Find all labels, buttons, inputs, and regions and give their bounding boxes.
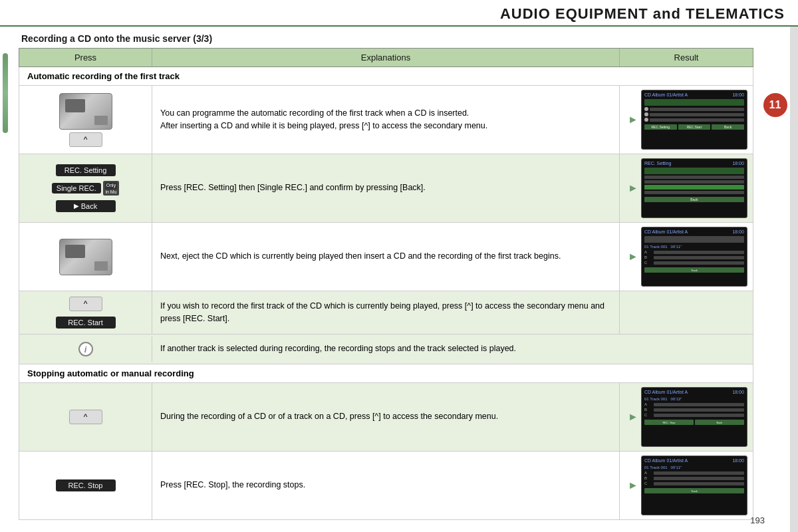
explain-col-row3: Next, eject the CD which is currently be… bbox=[152, 223, 620, 291]
col-header-explanations: Explanations bbox=[152, 49, 620, 66]
screen-top-bar-row6: CD Album 01/Artist A 18:00 bbox=[644, 390, 744, 394]
press-col-row6: ^ bbox=[19, 383, 152, 451]
screen-row1-track1 bbox=[644, 107, 744, 111]
screen-row1-track2 bbox=[644, 112, 744, 116]
press-col-row1: ^ bbox=[19, 86, 152, 154]
screen-row6-t2: B bbox=[644, 408, 744, 412]
screen-back-btn2: Back bbox=[644, 197, 744, 202]
screen-track-btn: Track bbox=[644, 267, 744, 273]
only-badge: Only bbox=[105, 182, 117, 189]
rec-stop-button[interactable]: REC. Stop bbox=[56, 479, 116, 491]
screen-row3-t1: A bbox=[644, 250, 744, 254]
press-col-row2: REC. Setting Single REC. Only in Mu ▶ Ba… bbox=[19, 154, 152, 222]
explain-col-row7: Press [REC. Stop], the recording stops. bbox=[152, 452, 620, 519]
screen-row2-line3 bbox=[644, 185, 744, 190]
screen-top-bar-row2: REC. Setting 18:00 bbox=[644, 161, 744, 166]
explain-text-row7: Press [REC. Stop], the recording stops. bbox=[160, 479, 611, 491]
left-bar-accent bbox=[3, 53, 8, 133]
page-container: Recording a CD onto the music server (3/… bbox=[0, 27, 798, 532]
screen-mockup-row3: CD Album 01/Artist A 18:00 01 Track 001 … bbox=[641, 227, 747, 287]
screen-bar bbox=[654, 471, 744, 475]
arrow-row2: ► bbox=[628, 182, 638, 194]
screen-top-bar-row3: CD Album 01/Artist A 18:00 bbox=[644, 229, 744, 234]
screen-bottom-btns-row3: Track bbox=[644, 267, 744, 273]
right-sidebar: 11 bbox=[760, 27, 790, 532]
single-rec-button[interactable]: Single REC. bbox=[52, 183, 101, 194]
screen-row7-t1: A bbox=[644, 471, 744, 475]
screen-dot bbox=[644, 118, 648, 122]
explain-col-row1: You can programme the automatic recordin… bbox=[152, 86, 620, 154]
screen-row2-line4 bbox=[644, 191, 744, 194]
screen-mockup-row6: CD Album 01/Artist A 18:00 01 Track 001 … bbox=[641, 387, 747, 447]
subheading-auto-recording: Automatic recording of the first track bbox=[19, 67, 753, 86]
info-icon: i bbox=[78, 342, 93, 356]
screen-bar bbox=[654, 414, 744, 417]
table-row: REC. Setting Single REC. Only in Mu ▶ Ba… bbox=[19, 154, 753, 223]
screen-bar bbox=[644, 180, 744, 184]
screen-back-btn: Back bbox=[712, 124, 744, 130]
screen-row1-track3 bbox=[644, 118, 744, 122]
section-title: Recording a CD onto the music server (3/… bbox=[19, 33, 753, 44]
screen-row7-t2: B bbox=[644, 476, 744, 480]
screen-rec-stop-btn6: REC. Stop bbox=[644, 420, 694, 425]
screen-bottom-btns-row2: Back bbox=[644, 197, 744, 202]
screen-mockup-row2: REC. Setting 18:00 bbox=[641, 158, 747, 218]
back-button[interactable]: ▶ Back bbox=[56, 200, 116, 212]
subheading-stopping-text: Stopping automatic or manual recording bbox=[19, 364, 753, 382]
note-text-col: If another track is selected during reco… bbox=[152, 337, 620, 360]
screen-mockup-row1: CD Album 01/Artist A 18:00 bbox=[641, 90, 747, 150]
caret-button-row4[interactable]: ^ bbox=[69, 297, 102, 311]
page-header: AUDIO EQUIPMENT and TELEMATICS bbox=[0, 0, 798, 27]
table-row: ^ You can programme the automatic record… bbox=[19, 86, 753, 154]
screen-row2-line2 bbox=[644, 180, 744, 184]
screen-bottom-btns-row7: Track bbox=[644, 488, 744, 493]
screen-dot bbox=[644, 107, 648, 111]
device-image-row3 bbox=[59, 239, 112, 275]
chapter-badge: 11 bbox=[763, 93, 787, 117]
screen-bar bbox=[654, 403, 744, 406]
press-col-row4: ^ REC. Start bbox=[19, 291, 152, 334]
explain-text-row3: Next, eject the CD which is currently be… bbox=[160, 250, 611, 263]
screen-bar bbox=[654, 482, 744, 485]
screen-top-bar-row7: CD Album 01/Artist A 18:00 bbox=[644, 458, 744, 463]
screen-bar bbox=[654, 408, 744, 412]
screen-bar bbox=[654, 477, 744, 480]
screen-track-label6: 01 Track 001 00'13'' bbox=[644, 397, 744, 401]
screen-header-row2 bbox=[644, 168, 744, 174]
table-row: REC. Stop Press [REC. Stop], the recordi… bbox=[19, 452, 753, 520]
table-row-note: i If another track is selected during re… bbox=[19, 334, 753, 364]
explain-text-row4: If you wish to record the first track of… bbox=[160, 300, 611, 326]
explain-text-row6: During the recording of a CD or of a tra… bbox=[160, 410, 611, 423]
screen-bar bbox=[650, 113, 744, 116]
col-header-press: Press bbox=[19, 49, 152, 66]
screen-bar bbox=[654, 256, 744, 259]
back-button-wrapper: ▶ Back bbox=[56, 200, 116, 212]
explain-col-row2: Press [REC. Setting] then [Single REC.] … bbox=[152, 154, 620, 222]
note-text: If another track is selected during reco… bbox=[160, 342, 612, 355]
screen-rec-start-btn: REC.Start bbox=[678, 124, 711, 130]
press-col-row3 bbox=[19, 223, 152, 291]
explain-col-row4: If you wish to record the first track of… bbox=[152, 291, 620, 334]
screen-bar bbox=[650, 118, 744, 122]
arrow-row3: ► bbox=[628, 251, 638, 263]
explain-text-row2: Press [REC. Setting] then [Single REC.] … bbox=[160, 182, 611, 194]
rec-start-button[interactable]: REC. Start bbox=[56, 317, 116, 329]
rec-setting-button[interactable]: REC. Setting bbox=[56, 164, 116, 176]
result-col-row2: ► REC. Setting 18:00 bbox=[620, 154, 753, 222]
press-col-note: i bbox=[19, 336, 152, 362]
explain-text-row1: You can programme the automatic recordin… bbox=[160, 107, 611, 133]
screen-header-row3 bbox=[644, 236, 744, 243]
result-col-row4 bbox=[620, 291, 753, 334]
screen-row2-line1 bbox=[644, 176, 744, 179]
scrollbar[interactable] bbox=[790, 27, 798, 532]
screen-bottom-btns-row6: REC. Stop Back bbox=[644, 420, 744, 425]
subheading-auto-text: Automatic recording of the first track bbox=[19, 67, 753, 85]
result-col-row6: ► CD Album 01/Artist A 18:00 01 Track 00… bbox=[620, 383, 753, 451]
screen-bar bbox=[644, 176, 744, 179]
caret-button-row6[interactable]: ^ bbox=[69, 410, 102, 424]
screen-row3-t3: C bbox=[644, 261, 744, 265]
screen-row6-t3: C bbox=[644, 413, 744, 417]
single-rec-row: Single REC. Only in Mu bbox=[52, 181, 119, 195]
screen-bottom-btns-row1: REC.Setting REC.Start Back bbox=[644, 124, 744, 130]
caret-button-row1[interactable]: ^ bbox=[69, 132, 102, 147]
